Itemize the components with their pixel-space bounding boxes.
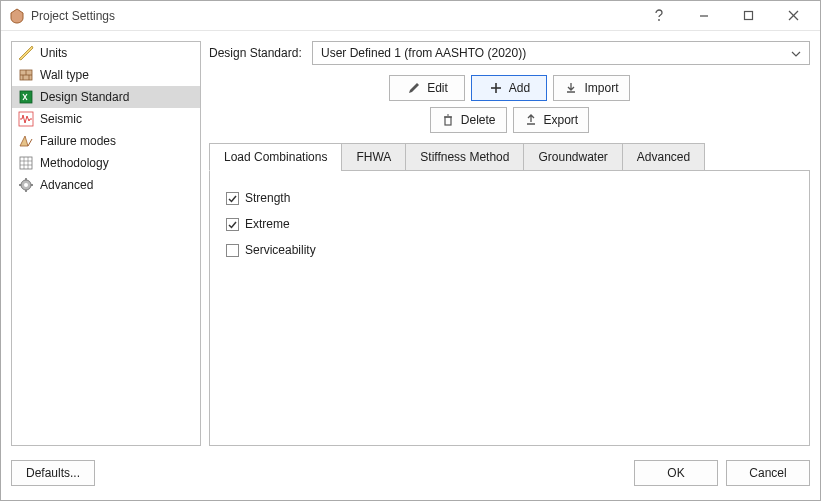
edit-button[interactable]: Edit (389, 75, 465, 101)
svg-rect-11 (20, 91, 32, 103)
sidebar-item-wall-type[interactable]: Wall type (12, 64, 200, 86)
settings-pane: Design Standard: User Defined 1 (from AA… (209, 41, 810, 446)
dropdown-value: User Defined 1 (from AASHTO (2020)) (321, 46, 526, 60)
title-bar: Project Settings (1, 1, 820, 31)
button-label: Add (509, 81, 530, 95)
design-standard-label: Design Standard: (209, 46, 304, 60)
sidebar-item-label: Seismic (40, 112, 82, 126)
app-icon (9, 8, 25, 24)
tab-strip: Load Combinations FHWA Stiffness Method … (209, 143, 810, 171)
defaults-button[interactable]: Defaults... (11, 460, 95, 486)
sidebar-item-advanced[interactable]: Advanced (12, 174, 200, 196)
help-button[interactable] (636, 2, 681, 30)
svg-rect-26 (445, 117, 451, 125)
button-label: Cancel (749, 466, 786, 480)
sidebar-item-methodology[interactable]: Methodology (12, 152, 200, 174)
chevron-down-icon (791, 48, 801, 59)
design-standard-dropdown[interactable]: User Defined 1 (from AASHTO (2020)) (312, 41, 810, 65)
window-buttons (636, 2, 816, 30)
button-label: Delete (461, 113, 496, 127)
sidebar-item-label: Wall type (40, 68, 89, 82)
tab-advanced[interactable]: Advanced (622, 143, 705, 171)
window-title: Project Settings (31, 9, 115, 23)
button-label: OK (667, 466, 684, 480)
book-icon (18, 89, 34, 105)
ruler-icon (18, 45, 34, 61)
plus-icon (489, 81, 503, 95)
tab-panel: Load Combinations FHWA Stiffness Method … (209, 143, 810, 446)
svg-point-0 (658, 19, 660, 21)
strength-checkbox[interactable] (226, 192, 239, 205)
maximize-button[interactable] (726, 2, 771, 30)
sidebar-item-label: Advanced (40, 178, 93, 192)
sidebar-item-label: Failure modes (40, 134, 116, 148)
export-icon (524, 113, 538, 127)
button-label: Defaults... (26, 466, 80, 480)
cancel-button[interactable]: Cancel (726, 460, 810, 486)
checkbox-label: Serviceability (245, 243, 316, 257)
sidebar-item-label: Design Standard (40, 90, 129, 104)
tab-load-combinations[interactable]: Load Combinations (209, 143, 342, 171)
svg-rect-2 (745, 12, 753, 20)
tab-fhwa[interactable]: FHWA (341, 143, 406, 171)
import-button[interactable]: Import (553, 75, 629, 101)
wall-icon (18, 67, 34, 83)
grid-icon (18, 155, 34, 171)
ok-button[interactable]: OK (634, 460, 718, 486)
pencil-icon (407, 81, 421, 95)
svg-point-19 (24, 183, 28, 187)
minimize-button[interactable] (681, 2, 726, 30)
dialog-footer: Defaults... OK Cancel (1, 456, 820, 500)
button-label: Export (544, 113, 579, 127)
import-icon (564, 81, 578, 95)
export-button[interactable]: Export (513, 107, 590, 133)
checkbox-label: Strength (245, 191, 290, 205)
category-sidebar: Units Wall type Design Standard (11, 41, 201, 446)
content-area: Units Wall type Design Standard (1, 31, 820, 500)
tab-body: Strength Extreme Serviceability (209, 170, 810, 446)
svg-rect-13 (20, 157, 32, 169)
toolbar: Edit Add Import (209, 75, 810, 133)
svg-marker-5 (19, 46, 33, 60)
checkbox-label: Extreme (245, 217, 290, 231)
sidebar-item-failure-modes[interactable]: Failure modes (12, 130, 200, 152)
sidebar-item-seismic[interactable]: Seismic (12, 108, 200, 130)
gear-icon (18, 177, 34, 193)
add-button[interactable]: Add (471, 75, 547, 101)
button-label: Import (584, 81, 618, 95)
extreme-checkbox[interactable] (226, 218, 239, 231)
sidebar-item-units[interactable]: Units (12, 42, 200, 64)
sidebar-item-design-standard[interactable]: Design Standard (12, 86, 200, 108)
trash-icon (441, 113, 455, 127)
button-label: Edit (427, 81, 448, 95)
tab-stiffness-method[interactable]: Stiffness Method (405, 143, 524, 171)
serviceability-checkbox[interactable] (226, 244, 239, 257)
tab-groundwater[interactable]: Groundwater (523, 143, 622, 171)
sidebar-item-label: Methodology (40, 156, 109, 170)
close-button[interactable] (771, 2, 816, 30)
sidebar-item-label: Units (40, 46, 67, 60)
delete-button[interactable]: Delete (430, 107, 507, 133)
failure-icon (18, 133, 34, 149)
dialog-window: Project Settings Uni (0, 0, 821, 501)
wave-icon (18, 111, 34, 127)
